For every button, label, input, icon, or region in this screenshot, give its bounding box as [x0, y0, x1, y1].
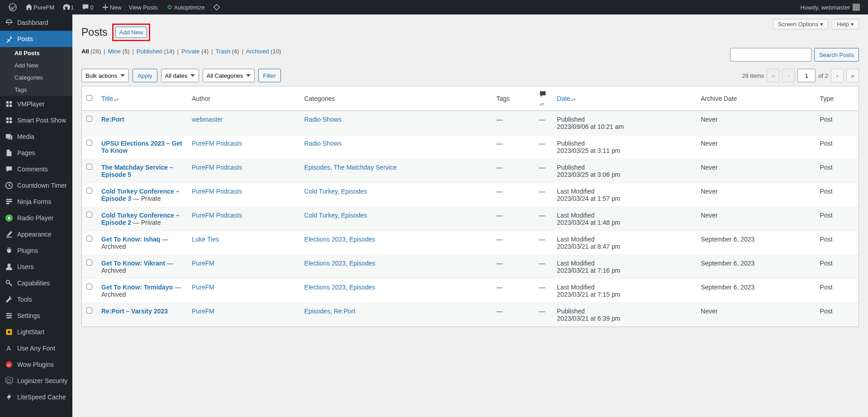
- adminbar-new[interactable]: New: [97, 0, 125, 14]
- tags-cell: —: [492, 231, 534, 255]
- submenu-item-add-new[interactable]: Add New: [0, 59, 72, 71]
- categories-link[interactable]: Radio Shows: [304, 116, 342, 123]
- post-title-link[interactable]: Re:Port – Varsity 2023: [101, 308, 168, 315]
- row-checkbox[interactable]: [86, 236, 92, 242]
- sidebar-item-tools[interactable]: Tools: [0, 291, 72, 308]
- sidebar-item-label: Settings: [17, 312, 40, 319]
- adminbar-wp-logo[interactable]: [5, 0, 21, 14]
- sidebar-item-users[interactable]: Users: [0, 259, 72, 275]
- author-link[interactable]: Luke Ties: [192, 236, 219, 243]
- adminbar-user[interactable]: Howdy, webmaster: [797, 0, 863, 14]
- grid-icon: [5, 116, 14, 125]
- view-filter-archived[interactable]: Archived (10): [246, 48, 281, 55]
- last-page-button[interactable]: »: [846, 69, 859, 82]
- categories-link[interactable]: Elections 2023, Episodes: [304, 284, 375, 291]
- row-checkbox[interactable]: [86, 140, 92, 146]
- sidebar-item-label: Media: [17, 133, 34, 140]
- sidebar-item-settings[interactable]: Settings: [0, 308, 72, 324]
- sidebar-item-ninja-forms[interactable]: Ninja Forms: [0, 194, 72, 210]
- view-filter-all[interactable]: All (28): [81, 48, 101, 55]
- screen-options-button[interactable]: Screen Options ▾: [773, 19, 829, 29]
- submenu-item-tags[interactable]: Tags: [0, 84, 72, 96]
- date-filter-select[interactable]: All dates: [161, 69, 199, 82]
- post-title-link[interactable]: Get To Know: Vikrant: [101, 260, 165, 267]
- adminbar-misc-diamond[interactable]: [209, 0, 225, 14]
- row-checkbox[interactable]: [86, 212, 92, 218]
- sidebar-item-use-any-font[interactable]: AUse Any Font: [0, 340, 72, 345]
- adminbar-updates[interactable]: 1: [58, 0, 77, 14]
- author-link[interactable]: PureFM Podcasts: [192, 188, 242, 195]
- comments-cell: —: [534, 111, 552, 135]
- sidebar-item-lightstart[interactable]: LightStart: [0, 324, 72, 340]
- next-page-button[interactable]: ›: [831, 69, 844, 82]
- sidebar-item-smart-post-show[interactable]: Smart Post Show: [0, 112, 72, 128]
- categories-link[interactable]: Episodes, The Matchday Service: [304, 164, 397, 171]
- row-checkbox[interactable]: [86, 116, 92, 122]
- select-all-checkbox[interactable]: [86, 95, 92, 101]
- author-link[interactable]: PureFM: [192, 260, 214, 267]
- view-filter-mine[interactable]: Mine (5): [108, 48, 130, 55]
- post-title-link[interactable]: Get To Know: Temidayo: [101, 284, 173, 291]
- post-title-link[interactable]: UPSU Elections 2023 – Get To Know: [101, 140, 182, 154]
- submenu-item-categories[interactable]: Categories: [0, 71, 72, 84]
- sidebar-item-dashboard[interactable]: Dashboard: [0, 14, 72, 31]
- row-checkbox[interactable]: [86, 164, 92, 170]
- view-filter-trash[interactable]: Trash (4): [215, 48, 239, 55]
- row-checkbox[interactable]: [86, 260, 92, 265]
- search-button[interactable]: Search Posts: [814, 48, 859, 62]
- sidebar-item-appearance[interactable]: Appearance: [0, 226, 72, 242]
- author-link[interactable]: PureFM: [192, 284, 214, 291]
- author-link[interactable]: PureFM Podcasts: [192, 140, 242, 147]
- sidebar-item-capabilities[interactable]: Capabilities: [0, 275, 72, 291]
- add-new-button[interactable]: Add New: [115, 27, 147, 38]
- author-link[interactable]: PureFM Podcasts: [192, 212, 242, 219]
- type-cell: Post: [816, 303, 859, 327]
- col-date[interactable]: Date▴▾: [557, 95, 576, 102]
- search-input[interactable]: [730, 48, 811, 62]
- col-comments[interactable]: ▴▾: [539, 92, 547, 107]
- categories-link[interactable]: Elections 2023, Episodes: [304, 260, 375, 267]
- row-checkbox[interactable]: [86, 188, 92, 194]
- adminbar-comments[interactable]: 0: [77, 0, 97, 14]
- categories-link[interactable]: Cold Turkey, Episodes: [304, 212, 367, 219]
- sidebar-item-media[interactable]: Media: [0, 128, 72, 145]
- comments-cell: —: [534, 255, 552, 279]
- row-checkbox[interactable]: [86, 308, 92, 313]
- col-title[interactable]: Title▴▾: [101, 95, 119, 102]
- tags-cell: —: [492, 279, 534, 303]
- row-checkbox[interactable]: [86, 284, 92, 289]
- post-title-link[interactable]: The Matchday Service – Episode 5: [101, 164, 173, 178]
- archive-cell: Never: [696, 135, 815, 159]
- post-title-link[interactable]: Re:Port: [101, 116, 124, 123]
- categories-link[interactable]: Episodes, Re:Port: [304, 308, 356, 315]
- apply-button[interactable]: Apply: [133, 69, 157, 82]
- filter-button[interactable]: Filter: [258, 69, 281, 82]
- categories-link[interactable]: Radio Shows: [304, 140, 342, 147]
- author-link[interactable]: PureFM: [192, 308, 214, 315]
- sidebar-item-pages[interactable]: Pages: [0, 145, 72, 161]
- view-filter-published[interactable]: Published (14): [137, 48, 175, 55]
- sidebar-item-comments[interactable]: Comments: [0, 161, 72, 177]
- categories-link[interactable]: Cold Turkey, Episodes: [304, 188, 367, 195]
- sidebar-item-plugins[interactable]: Plugins: [0, 242, 72, 259]
- adminbar-site[interactable]: PureFM: [21, 0, 58, 14]
- bulk-actions-select[interactable]: Bulk actions: [81, 69, 129, 82]
- submenu-item-all-posts[interactable]: All Posts: [0, 47, 72, 59]
- type-cell: Post: [816, 111, 859, 135]
- sidebar-item-label: Plugins: [17, 247, 38, 254]
- view-filter-private[interactable]: Private (4): [181, 48, 209, 55]
- author-link[interactable]: PureFM Podcasts: [192, 164, 242, 171]
- svg-point-6: [7, 313, 9, 315]
- author-link[interactable]: webmaster: [192, 116, 223, 123]
- adminbar-view-posts[interactable]: View Posts: [125, 0, 161, 14]
- sidebar-item-countdown-timer[interactable]: Countdown Timer: [0, 177, 72, 194]
- adminbar-autoptimize[interactable]: Autoptimize: [161, 0, 209, 14]
- sidebar-item-radio-player[interactable]: Radio Player: [0, 210, 72, 226]
- help-button[interactable]: Help ▾: [832, 19, 859, 29]
- sidebar-item-vmplayer[interactable]: VMPlayer: [0, 96, 72, 112]
- post-title-link[interactable]: Get To Know: Ishaq: [101, 236, 160, 243]
- category-filter-select[interactable]: All Categories: [203, 69, 255, 82]
- sidebar-item-posts[interactable]: Posts: [0, 31, 72, 47]
- categories-link[interactable]: Elections 2023, Episodes: [304, 236, 375, 243]
- current-page-input[interactable]: [797, 69, 816, 82]
